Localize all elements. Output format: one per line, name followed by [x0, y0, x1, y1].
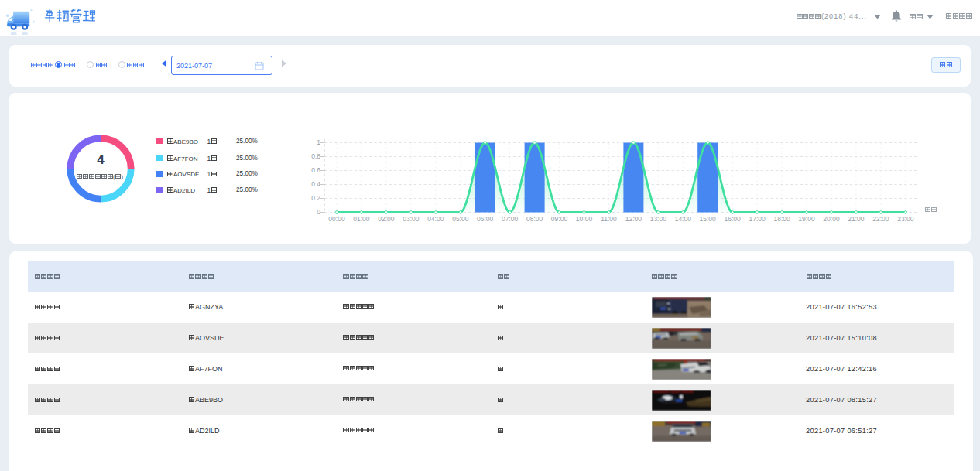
- svg-text:1: 1: [317, 138, 320, 146]
- svg-text:05:00: 05:00: [452, 215, 469, 223]
- svg-text:19:00: 19:00: [798, 215, 815, 223]
- svg-text:12:00: 12:00: [625, 215, 642, 223]
- svg-text:14:00: 14:00: [675, 215, 692, 223]
- svg-text:00:00: 00:00: [328, 215, 345, 223]
- svg-text:15:00: 15:00: [700, 215, 717, 223]
- svg-text:03:00: 03:00: [403, 215, 420, 223]
- svg-text:22:00: 22:00: [872, 215, 889, 223]
- svg-text:09:00: 09:00: [551, 215, 568, 223]
- svg-text:01:00: 01:00: [353, 215, 370, 223]
- svg-text:10:00: 10:00: [576, 215, 593, 223]
- svg-text:06:00: 06:00: [477, 215, 494, 223]
- svg-text:02:00: 02:00: [378, 215, 395, 223]
- svg-text:23:00: 23:00: [897, 215, 914, 223]
- svg-text:18:00: 18:00: [773, 215, 790, 223]
- svg-text:21:00: 21:00: [848, 215, 865, 223]
- svg-text:0.2: 0.2: [311, 194, 320, 202]
- svg-text:0.4: 0.4: [311, 180, 320, 188]
- svg-text:11:00: 11:00: [601, 215, 617, 223]
- svg-text:0.6: 0.6: [311, 166, 320, 174]
- svg-text:17:00: 17:00: [749, 215, 766, 223]
- svg-text:20:00: 20:00: [823, 215, 840, 223]
- svg-text:16:00: 16:00: [725, 215, 742, 223]
- svg-text:0.8: 0.8: [311, 152, 320, 160]
- svg-text:04:00: 04:00: [427, 215, 444, 223]
- svg-text:07:00: 07:00: [502, 215, 519, 223]
- svg-text:08:00: 08:00: [526, 215, 543, 223]
- svg-text:0: 0: [317, 208, 320, 216]
- svg-text:13:00: 13:00: [650, 215, 667, 223]
